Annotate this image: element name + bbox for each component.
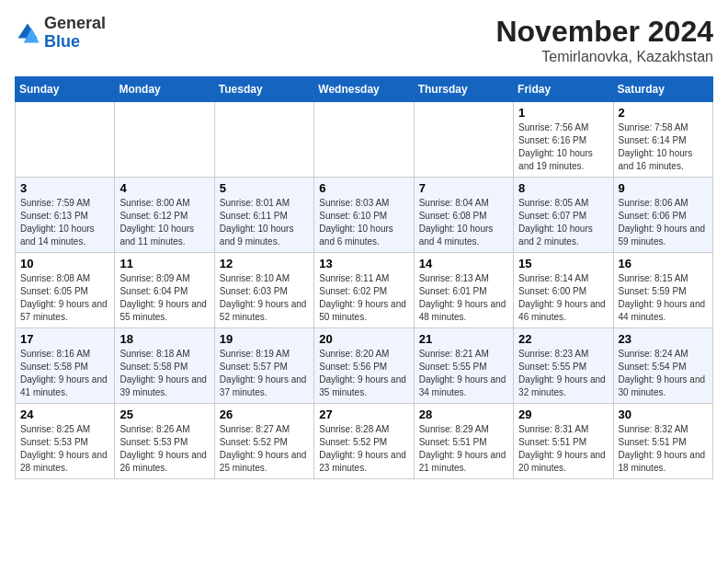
calendar-cell: 30Sunrise: 8:32 AMSunset: 5:51 PMDayligh… xyxy=(613,404,712,479)
day-number: 23 xyxy=(619,332,708,346)
calendar-cell: 16Sunrise: 8:15 AMSunset: 5:59 PMDayligh… xyxy=(613,253,712,328)
calendar-cell: 12Sunrise: 8:10 AMSunset: 6:03 PMDayligh… xyxy=(214,253,313,328)
calendar-week-row: 1Sunrise: 7:56 AMSunset: 6:16 PMDaylight… xyxy=(16,102,713,178)
calendar-cell: 9Sunrise: 8:06 AMSunset: 6:06 PMDaylight… xyxy=(613,178,712,253)
calendar-cell xyxy=(214,102,313,178)
month-title: November 2024 xyxy=(495,15,713,49)
day-info: Sunrise: 8:31 AMSunset: 5:51 PMDaylight:… xyxy=(518,423,608,475)
day-info: Sunrise: 8:27 AMSunset: 5:52 PMDaylight:… xyxy=(220,423,309,475)
header-day-friday: Friday xyxy=(514,77,613,102)
calendar-cell: 22Sunrise: 8:23 AMSunset: 5:55 PMDayligh… xyxy=(514,328,613,404)
day-number: 19 xyxy=(220,332,309,346)
header-day-tuesday: Tuesday xyxy=(214,77,313,102)
day-info: Sunrise: 8:24 AMSunset: 5:54 PMDaylight:… xyxy=(619,348,708,399)
logo-blue-text: Blue xyxy=(44,32,80,51)
day-number: 30 xyxy=(619,408,708,421)
day-info: Sunrise: 8:14 AMSunset: 6:00 PMDaylight:… xyxy=(518,272,608,324)
calendar-cell: 13Sunrise: 8:11 AMSunset: 6:02 PMDayligh… xyxy=(314,253,414,328)
calendar-week-row: 3Sunrise: 7:59 AMSunset: 6:13 PMDaylight… xyxy=(16,178,713,253)
day-number: 10 xyxy=(20,257,109,270)
day-number: 17 xyxy=(20,332,109,346)
day-number: 28 xyxy=(419,408,508,421)
day-info: Sunrise: 8:05 AMSunset: 6:07 PMDaylight:… xyxy=(518,197,608,248)
calendar-cell: 14Sunrise: 8:13 AMSunset: 6:01 PMDayligh… xyxy=(414,253,513,328)
calendar-week-row: 10Sunrise: 8:08 AMSunset: 6:05 PMDayligh… xyxy=(16,253,713,328)
calendar-cell: 5Sunrise: 8:01 AMSunset: 6:11 PMDaylight… xyxy=(214,178,313,253)
header-day-thursday: Thursday xyxy=(414,77,513,102)
day-number: 3 xyxy=(20,181,109,195)
calendar-cell: 7Sunrise: 8:04 AMSunset: 6:08 PMDaylight… xyxy=(414,178,513,253)
day-number: 11 xyxy=(119,257,209,270)
day-number: 12 xyxy=(220,257,309,270)
day-info: Sunrise: 8:11 AMSunset: 6:02 PMDaylight:… xyxy=(319,272,408,324)
calendar-cell: 3Sunrise: 7:59 AMSunset: 6:13 PMDaylight… xyxy=(16,178,115,253)
calendar-week-row: 24Sunrise: 8:25 AMSunset: 5:53 PMDayligh… xyxy=(16,404,713,479)
day-number: 27 xyxy=(319,408,408,421)
calendar-cell xyxy=(115,102,214,178)
day-info: Sunrise: 8:18 AMSunset: 5:58 PMDaylight:… xyxy=(119,348,209,399)
day-info: Sunrise: 8:01 AMSunset: 6:11 PMDaylight:… xyxy=(220,197,309,248)
day-number: 20 xyxy=(319,332,408,346)
calendar-cell: 1Sunrise: 7:56 AMSunset: 6:16 PMDaylight… xyxy=(514,102,613,178)
calendar-cell: 24Sunrise: 8:25 AMSunset: 5:53 PMDayligh… xyxy=(16,404,115,479)
day-number: 6 xyxy=(319,181,408,195)
calendar-cell xyxy=(414,102,513,178)
calendar-cell: 29Sunrise: 8:31 AMSunset: 5:51 PMDayligh… xyxy=(514,404,613,479)
day-number: 9 xyxy=(619,181,708,195)
day-number: 16 xyxy=(619,257,708,270)
day-number: 13 xyxy=(319,257,408,270)
day-number: 8 xyxy=(518,181,608,195)
day-number: 4 xyxy=(119,181,209,195)
day-info: Sunrise: 8:19 AMSunset: 5:57 PMDaylight:… xyxy=(220,348,309,399)
day-info: Sunrise: 8:21 AMSunset: 5:55 PMDaylight:… xyxy=(419,348,508,399)
day-info: Sunrise: 8:06 AMSunset: 6:06 PMDaylight:… xyxy=(619,197,708,248)
day-info: Sunrise: 8:29 AMSunset: 5:51 PMDaylight:… xyxy=(419,423,508,475)
day-info: Sunrise: 8:32 AMSunset: 5:51 PMDaylight:… xyxy=(619,423,708,475)
day-info: Sunrise: 7:58 AMSunset: 6:14 PMDaylight:… xyxy=(619,121,708,173)
logo-icon xyxy=(15,20,40,46)
header-day-sunday: Sunday xyxy=(16,77,115,102)
calendar-week-row: 17Sunrise: 8:16 AMSunset: 5:58 PMDayligh… xyxy=(16,328,713,404)
day-info: Sunrise: 7:56 AMSunset: 6:16 PMDaylight:… xyxy=(518,121,608,173)
day-info: Sunrise: 8:04 AMSunset: 6:08 PMDaylight:… xyxy=(419,197,508,248)
day-info: Sunrise: 8:23 AMSunset: 5:55 PMDaylight:… xyxy=(518,348,608,399)
header-day-wednesday: Wednesday xyxy=(314,77,414,102)
header-day-saturday: Saturday xyxy=(613,77,712,102)
day-info: Sunrise: 8:03 AMSunset: 6:10 PMDaylight:… xyxy=(319,197,408,248)
calendar-cell: 20Sunrise: 8:20 AMSunset: 5:56 PMDayligh… xyxy=(314,328,414,404)
day-number: 21 xyxy=(419,332,508,346)
day-number: 14 xyxy=(419,257,508,270)
day-number: 25 xyxy=(119,408,209,421)
calendar-header-row: SundayMondayTuesdayWednesdayThursdayFrid… xyxy=(16,77,713,102)
day-number: 1 xyxy=(518,106,608,120)
calendar-cell: 15Sunrise: 8:14 AMSunset: 6:00 PMDayligh… xyxy=(514,253,613,328)
header-day-monday: Monday xyxy=(115,77,214,102)
day-number: 18 xyxy=(119,332,209,346)
calendar-cell: 18Sunrise: 8:18 AMSunset: 5:58 PMDayligh… xyxy=(115,328,214,404)
calendar-cell: 17Sunrise: 8:16 AMSunset: 5:58 PMDayligh… xyxy=(16,328,115,404)
day-info: Sunrise: 8:08 AMSunset: 6:05 PMDaylight:… xyxy=(20,272,109,324)
calendar-cell: 6Sunrise: 8:03 AMSunset: 6:10 PMDaylight… xyxy=(314,178,414,253)
calendar-table: SundayMondayTuesdayWednesdayThursdayFrid… xyxy=(15,76,713,479)
title-section: November 2024 Temirlanovka, Kazakhstan xyxy=(495,15,713,65)
day-info: Sunrise: 8:28 AMSunset: 5:52 PMDaylight:… xyxy=(319,423,408,475)
calendar-cell: 27Sunrise: 8:28 AMSunset: 5:52 PMDayligh… xyxy=(314,404,414,479)
day-info: Sunrise: 8:15 AMSunset: 5:59 PMDaylight:… xyxy=(619,272,708,324)
calendar-cell: 4Sunrise: 8:00 AMSunset: 6:12 PMDaylight… xyxy=(115,178,214,253)
calendar-cell xyxy=(16,102,115,178)
location-title: Temirlanovka, Kazakhstan xyxy=(495,49,713,65)
logo: General Blue xyxy=(15,15,106,52)
day-info: Sunrise: 8:10 AMSunset: 6:03 PMDaylight:… xyxy=(220,272,309,324)
day-number: 29 xyxy=(518,408,608,421)
calendar-cell: 23Sunrise: 8:24 AMSunset: 5:54 PMDayligh… xyxy=(613,328,712,404)
day-number: 26 xyxy=(220,408,309,421)
day-info: Sunrise: 8:20 AMSunset: 5:56 PMDaylight:… xyxy=(319,348,408,399)
day-number: 2 xyxy=(619,106,708,120)
day-number: 5 xyxy=(220,181,309,195)
calendar-cell xyxy=(314,102,414,178)
day-info: Sunrise: 8:26 AMSunset: 5:53 PMDaylight:… xyxy=(119,423,209,475)
calendar-cell: 28Sunrise: 8:29 AMSunset: 5:51 PMDayligh… xyxy=(414,404,513,479)
day-info: Sunrise: 7:59 AMSunset: 6:13 PMDaylight:… xyxy=(20,197,109,248)
day-number: 24 xyxy=(20,408,109,421)
calendar-cell: 11Sunrise: 8:09 AMSunset: 6:04 PMDayligh… xyxy=(115,253,214,328)
